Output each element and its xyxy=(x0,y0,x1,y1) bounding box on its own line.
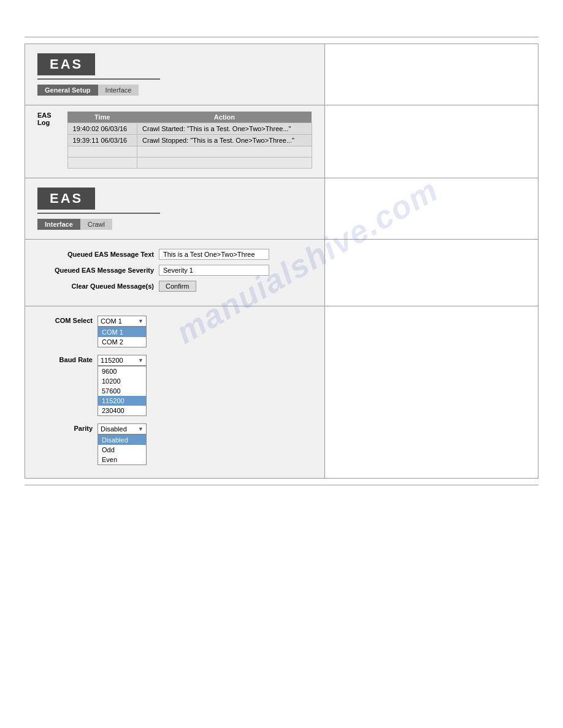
section2-header-row: EAS Interface Crawl xyxy=(25,178,538,240)
baud-rate-dropdown[interactable]: 115200 ▼ xyxy=(98,355,147,366)
parity-value: Disabled xyxy=(101,425,127,433)
tab-bar-1: General Setup Interface xyxy=(37,85,312,96)
log-action-3 xyxy=(137,157,312,169)
parity-dropdown[interactable]: Disabled ▼ xyxy=(98,423,147,434)
msg-clear-row: Clear Queued Message(s) Confirm xyxy=(37,281,312,292)
msg-severity-row: Queued EAS Message Severity Severity 1 xyxy=(37,265,312,276)
confirm-button[interactable]: Confirm xyxy=(159,281,196,292)
com-select-label: COM Select xyxy=(37,316,93,324)
com-select-control: COM 1 ▼ COM 1 COM 2 xyxy=(98,316,147,347)
tab-interface-active[interactable]: Interface xyxy=(37,219,80,230)
msg-severity-label: Queued EAS Message Severity xyxy=(37,267,154,274)
log-row-1: 19:39:11 06/03/16 Crawl Stopped: "This i… xyxy=(67,135,312,146)
log-row-3 xyxy=(67,157,312,169)
baud-rate-row: Baud Rate 115200 ▼ 9600 10200 57600 1152… xyxy=(37,355,312,416)
com-select-value: COM 1 xyxy=(101,317,122,325)
log-time-2 xyxy=(67,146,137,157)
log-header-row: Time Action xyxy=(67,112,312,123)
com-select-arrow-icon: ▼ xyxy=(138,318,144,324)
log-row-2 xyxy=(67,146,312,157)
com-option-0[interactable]: COM 1 xyxy=(98,327,146,337)
section2-right-header xyxy=(324,178,538,240)
section2-message-right xyxy=(324,240,538,306)
baud-option-0[interactable]: 9600 xyxy=(98,366,146,376)
tab-crawl[interactable]: Crawl xyxy=(80,219,112,230)
section2-message-row: Queued EAS Message Text This is a Test O… xyxy=(25,240,538,306)
tab-interface-1[interactable]: Interface xyxy=(98,85,139,96)
log-action-2 xyxy=(137,146,312,157)
section1-header-row: EAS General Setup Interface xyxy=(25,44,538,105)
parity-option-1[interactable]: Odd xyxy=(98,445,146,455)
parity-control: Disabled ▼ Disabled Odd Even xyxy=(98,423,147,465)
com-select-options: COM 1 COM 2 xyxy=(98,327,147,347)
parity-option-2[interactable]: Even xyxy=(98,455,146,464)
baud-rate-label: Baud Rate xyxy=(37,355,93,363)
section1-right-header xyxy=(324,44,538,105)
parity-label: Parity xyxy=(37,423,93,432)
main-table: EAS General Setup Interface EAS Log xyxy=(25,44,538,479)
baud-option-3[interactable]: 115200 xyxy=(98,396,146,406)
tab-bar-2: Interface Crawl xyxy=(37,219,312,230)
section3-com-row: COM Select COM 1 ▼ COM 1 COM 2 xyxy=(25,306,538,479)
eas-logo-2: EAS xyxy=(37,188,95,210)
com-select-row: COM Select COM 1 ▼ COM 1 COM 2 xyxy=(37,316,312,347)
log-col-time: Time xyxy=(67,112,137,123)
log-time-3 xyxy=(67,157,137,169)
section1-log-cell: EAS Log Time Action 19:40:02 06/03/16 xyxy=(25,105,325,178)
msg-text-label: Queued EAS Message Text xyxy=(37,251,154,258)
section1-log-right xyxy=(324,105,538,178)
log-time-0: 19:40:02 06/03/16 xyxy=(67,123,137,135)
msg-text-value: This is a Test One>Two>Three xyxy=(159,249,269,260)
com-option-1[interactable]: COM 2 xyxy=(98,337,146,347)
baud-option-2[interactable]: 57600 xyxy=(98,386,146,396)
parity-options: Disabled Odd Even xyxy=(98,434,147,465)
section1-left-header: EAS General Setup Interface xyxy=(25,44,325,105)
baud-option-4[interactable]: 230400 xyxy=(98,406,146,415)
msg-text-row: Queued EAS Message Text This is a Test O… xyxy=(37,249,312,260)
eas-log-label: EAS Log xyxy=(37,112,64,126)
section3-com-cell: COM Select COM 1 ▼ COM 1 COM 2 xyxy=(25,306,325,479)
log-col-action: Action xyxy=(137,112,312,123)
tab-general-setup[interactable]: General Setup xyxy=(37,85,98,96)
section2-message-cell: Queued EAS Message Text This is a Test O… xyxy=(25,240,325,306)
eas-logo-1: EAS xyxy=(37,53,95,75)
page-content: manuialshive.com EAS General Setup Inter… xyxy=(25,44,538,479)
section3-com-right xyxy=(324,306,538,479)
parity-arrow-icon: ▼ xyxy=(138,426,144,432)
parity-row: Parity Disabled ▼ Disabled Odd Even xyxy=(37,423,312,465)
baud-rate-options: 9600 10200 57600 115200 230400 xyxy=(98,366,147,416)
section1-log-row: EAS Log Time Action 19:40:02 06/03/16 xyxy=(25,105,538,178)
top-divider xyxy=(25,37,538,37)
eas-underline-2 xyxy=(37,213,160,214)
baud-rate-control: 115200 ▼ 9600 10200 57600 115200 230400 xyxy=(98,355,147,416)
log-action-0: Crawl Started: "This is a Test. One>Two>… xyxy=(137,123,312,135)
section2-left-header: EAS Interface Crawl xyxy=(25,178,325,240)
bottom-divider xyxy=(25,485,538,485)
eas-underline-1 xyxy=(37,78,160,80)
baud-option-1[interactable]: 10200 xyxy=(98,376,146,386)
log-action-1: Crawl Stopped: "This is a Test. One>Two>… xyxy=(137,135,312,146)
msg-severity-value: Severity 1 xyxy=(159,265,269,276)
com-select-dropdown[interactable]: COM 1 ▼ xyxy=(98,316,147,327)
parity-option-0[interactable]: Disabled xyxy=(98,435,146,445)
log-time-1: 19:39:11 06/03/16 xyxy=(67,135,137,146)
baud-rate-arrow-icon: ▼ xyxy=(138,357,144,363)
log-table: Time Action 19:40:02 06/03/16 Crawl Star… xyxy=(67,112,312,169)
log-row-0: 19:40:02 06/03/16 Crawl Started: "This i… xyxy=(67,123,312,135)
baud-rate-value: 115200 xyxy=(101,357,123,364)
msg-clear-label: Clear Queued Message(s) xyxy=(37,282,154,290)
